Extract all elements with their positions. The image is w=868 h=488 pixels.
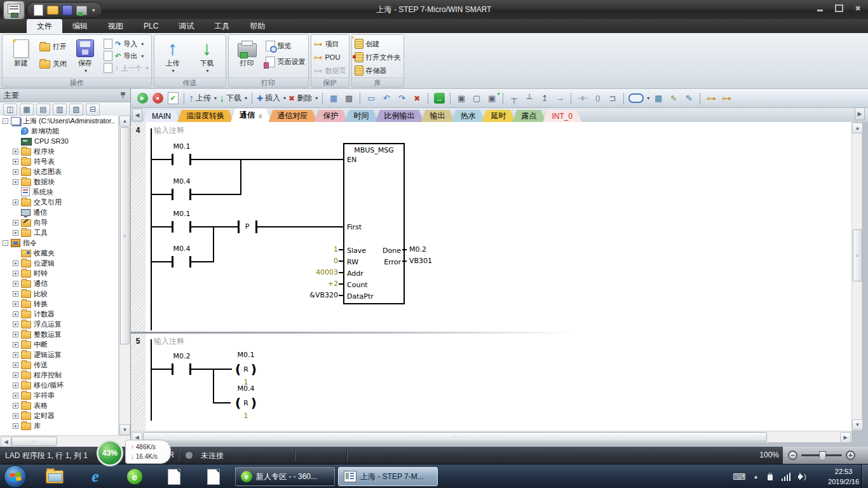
print-button[interactable]: 打印 (231, 37, 263, 77)
delete-dropdown-icon[interactable]: ▾ (315, 95, 318, 101)
reset-coil[interactable]: (R) (231, 395, 261, 410)
zoom-in-button[interactable]: + (846, 451, 855, 460)
speaker-icon[interactable]: ) (798, 473, 807, 481)
compile-icon[interactable]: ✔ (165, 92, 180, 105)
expand-icon[interactable]: + (13, 261, 18, 266)
delete-button[interactable]: ✖删除▾ (287, 92, 319, 105)
tree-item-符号表[interactable]: +符号表 (0, 156, 118, 166)
contact-operand[interactable]: M0.1 (168, 210, 196, 218)
tree-item-字符串[interactable]: +字符串 (0, 390, 118, 400)
explorer-taskbar-icon[interactable] (41, 466, 69, 487)
minimize-button[interactable] (815, 4, 825, 13)
menu-item-0[interactable]: 文件 (27, 19, 62, 33)
address-tag-dropdown-icon[interactable]: ▾ (647, 95, 649, 101)
tree-item-定时器[interactable]: +定时器 (0, 410, 118, 421)
tree-item-交叉引用[interactable]: +交叉引用 (0, 197, 118, 207)
unlock-icon[interactable]: ▢ (469, 92, 484, 105)
data-view-icon[interactable]: ▥ (53, 104, 67, 116)
tree-item-程序控制[interactable]: +程序控制 (0, 370, 118, 380)
scroll-left-icon[interactable]: ◀ (1, 437, 11, 447)
expand-icon[interactable]: + (13, 301, 18, 307)
expand-icon[interactable]: + (13, 281, 18, 287)
menu-item-2[interactable]: 视图 (98, 19, 133, 33)
lock-icon[interactable]: ▣ (454, 92, 469, 105)
expand-icon[interactable]: + (13, 169, 18, 175)
save-button[interactable]: 保存 ▾ (69, 37, 101, 77)
coil-icon[interactable]: ( ) (590, 92, 605, 105)
coil-operand[interactable]: M0.1 (232, 351, 260, 359)
insert-dropdown-icon[interactable]: ▾ (283, 95, 286, 101)
tab-温湿度转换[interactable]: 温湿度转换 (177, 110, 233, 122)
line-right-icon[interactable]: → (552, 92, 567, 105)
editor-vscroll-thumb[interactable]: ≡ (853, 229, 862, 281)
next-network-icon[interactable]: ↷ (394, 92, 409, 105)
expand-icon[interactable]: + (13, 352, 18, 358)
tree-item-CPU SR30[interactable]: +CPU SR30 (0, 136, 118, 146)
expand-icon[interactable]: + (13, 393, 18, 398)
tree-item-时钟[interactable]: +时钟 (0, 268, 118, 278)
tree-item-比较[interactable]: +比较 (0, 288, 118, 299)
param-value-rw[interactable]: 0 (286, 257, 338, 265)
task-button-step7[interactable]: 上海 - STEP 7-M... (338, 467, 438, 486)
expand-icon[interactable]: + (13, 200, 18, 205)
expand-icon[interactable]: + (13, 332, 18, 337)
expand-icon[interactable]: + (13, 362, 18, 368)
network-box-icon[interactable]: ▭ (363, 92, 379, 105)
status-chart-view-icon[interactable]: ▤ (36, 104, 50, 116)
pou-call-icon[interactable]: ▦ (326, 92, 341, 105)
tree-item-转换[interactable]: +转换 (0, 299, 118, 309)
tree-item-新增功能[interactable]: +?新增功能 (0, 126, 118, 136)
project-view-icon[interactable]: ◫ (3, 104, 17, 116)
param-value-addr[interactable]: 40003 (286, 268, 338, 276)
expand-icon[interactable]: + (13, 403, 18, 409)
tree-item-中断[interactable]: +中断 (0, 339, 118, 349)
scroll-up-icon[interactable]: ▲ (119, 116, 130, 126)
address-tag-icon[interactable]: ▾ (627, 92, 651, 105)
scroll-down-icon[interactable]: ▼ (852, 419, 863, 430)
editor-hscroll-thumb[interactable]: ⋯ (143, 432, 767, 442)
menu-item-5[interactable]: 工具 (204, 19, 240, 33)
symbol-view-icon[interactable]: ▦ (20, 104, 34, 116)
insert-button[interactable]: ✚插入▾ (255, 92, 287, 105)
start-button[interactable] (4, 465, 27, 488)
scroll-right-icon[interactable]: ▶ (840, 432, 851, 443)
tree-hscroll-thumb[interactable]: ⋯ (11, 437, 57, 446)
import-button[interactable]: ↷ 导入▾ (104, 39, 149, 49)
expand-icon[interactable]: + (13, 159, 18, 165)
keyboard-icon[interactable]: ⌨ (733, 471, 745, 482)
edge-contact-label[interactable]: P (240, 222, 254, 231)
tab-时间[interactable]: 时间 (345, 110, 378, 122)
tree-item-系统块[interactable]: +系统块 (0, 187, 118, 197)
contact-operand[interactable]: M0.4 (168, 245, 196, 253)
zoom-slider[interactable] (801, 454, 842, 456)
branch-up-icon[interactable]: ┴ (522, 92, 537, 105)
show-desktop-button[interactable] (861, 464, 868, 488)
pin-icon[interactable] (120, 92, 126, 99)
task-button-360[interactable]: e 新人专区 - - 360... (235, 467, 335, 486)
360-float-ball[interactable]: 43% (97, 440, 123, 466)
network-comment[interactable]: 输入注释 (154, 336, 184, 347)
tree-item-指令[interactable]: -指令 (0, 238, 118, 248)
tree-item-程序块[interactable]: +程序块 (0, 146, 118, 156)
tree-item-表格[interactable]: +表格 (0, 400, 118, 410)
param-value-dataptr[interactable]: &VB320 (286, 291, 338, 299)
sysblock-view-icon[interactable]: ▨ (69, 104, 83, 116)
page-setup-button[interactable]: 页面设置 (266, 55, 306, 69)
tree-item-传送[interactable]: +传送 (0, 360, 118, 370)
expand-icon[interactable]: + (13, 342, 18, 348)
show-hidden-icons[interactable]: ▲ (754, 474, 759, 480)
key-folder-icon[interactable]: ⊶ (719, 92, 734, 105)
mbus-msg-block[interactable]: MBUS_MSG EN First Slave RW Addr Count Da… (343, 143, 405, 304)
key-icon[interactable]: ⊶ (703, 92, 719, 105)
contact-operand[interactable]: M0.1 (168, 142, 196, 151)
scroll-up-icon[interactable]: ▲ (852, 123, 863, 133)
tree-item-移位/循环[interactable]: +移位/循环 (0, 380, 118, 390)
edit-symbol-icon[interactable]: ✎ (666, 92, 681, 105)
upload-button[interactable]: ↑ 上传▾ (157, 37, 189, 77)
zoom-out-button[interactable]: – (788, 451, 797, 460)
expand-icon[interactable]: + (13, 372, 18, 378)
protect-data-page-button[interactable]: ⊶数据页 (314, 65, 346, 76)
menu-item-3[interactable]: PLC (133, 19, 168, 33)
export-button[interactable]: ↶ 导出▾ (104, 51, 149, 61)
coil-operand[interactable]: M0.4 (232, 384, 260, 393)
